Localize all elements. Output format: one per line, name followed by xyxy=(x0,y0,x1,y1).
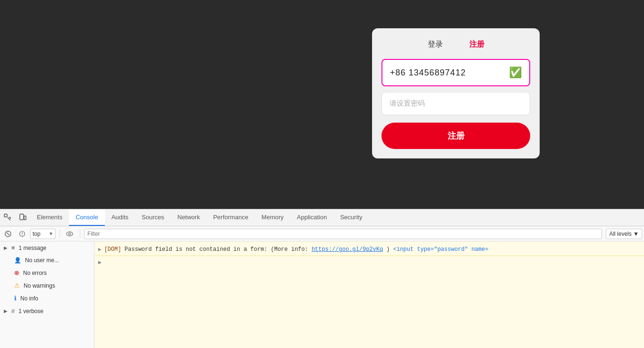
sidebar-warnings-label: No warnings xyxy=(24,282,55,289)
console-log-area: ▶ [DOM] Password field is not contained … xyxy=(94,241,644,348)
expand-arrow-2[interactable]: ▶ xyxy=(98,259,102,265)
console-toolbar: top ▼ All levels ▼ xyxy=(0,226,644,241)
context-selector[interactable]: top ▼ xyxy=(30,229,56,239)
filter-input[interactable] xyxy=(84,229,602,239)
svg-rect-2 xyxy=(24,216,26,220)
reg-tabs: 登录 注册 xyxy=(381,38,530,51)
password-placeholder: 请设置密码 xyxy=(390,99,425,107)
log-levels-dropdown[interactable]: All levels ▼ xyxy=(606,229,642,239)
devtools-panel: Elements Console Audits Sources Network … xyxy=(0,209,644,348)
context-label: top xyxy=(33,231,47,237)
sidebar-item-warnings[interactable]: ⚠ No warnings xyxy=(0,279,94,292)
dom-label: [DOM] xyxy=(104,246,121,253)
svg-rect-0 xyxy=(4,214,7,217)
verbose-icon: # xyxy=(11,307,15,315)
main-page: 登录 注册 +86 13456897412 ✅ 请设置密码 注册 xyxy=(0,0,644,209)
sidebar-item-verbose[interactable]: ▶ # 1 verbose xyxy=(0,305,94,317)
device-toolbar-icon[interactable] xyxy=(15,209,30,226)
expand-icon: ▶ xyxy=(4,245,8,250)
sidebar-item-errors[interactable]: ⊗ No errors xyxy=(0,266,94,279)
sidebar-item-messages[interactable]: ▶ ≡ 1 message xyxy=(0,241,94,254)
tab-audits[interactable]: Audits xyxy=(105,209,135,226)
tab-network[interactable]: Network xyxy=(171,209,207,226)
list-icon: ≡ xyxy=(11,244,15,251)
register-button[interactable]: 注册 xyxy=(381,123,530,149)
svg-rect-1 xyxy=(20,214,24,220)
clear-console-button[interactable] xyxy=(2,228,14,240)
log-message-text: Password field is not contained in a for… xyxy=(125,246,312,253)
log-entry-expand-arrow[interactable]: ▶ xyxy=(98,246,102,252)
tab-memory[interactable]: Memory xyxy=(255,209,290,226)
password-input-wrap[interactable]: 请设置密码 xyxy=(381,92,530,115)
info-icon: ℹ xyxy=(14,295,17,302)
sidebar-user-label: No user me... xyxy=(25,257,59,264)
tab-sources[interactable]: Sources xyxy=(135,209,171,226)
check-circle-icon: ✅ xyxy=(509,66,522,79)
phone-input-value: +86 13456897412 xyxy=(390,68,466,78)
tab-login[interactable]: 登录 xyxy=(424,38,447,51)
tab-application[interactable]: Application xyxy=(290,209,334,226)
tab-register[interactable]: 注册 xyxy=(466,38,488,51)
log-link[interactable]: https://goo.gl/9p2vKq xyxy=(312,246,383,253)
toolbar-divider2 xyxy=(80,229,80,239)
expand-verbose-icon: ▶ xyxy=(4,308,8,314)
sidebar-messages-label: 1 message xyxy=(19,245,47,251)
svg-point-7 xyxy=(22,234,23,235)
error-icon: ⊗ xyxy=(14,269,19,276)
svg-point-8 xyxy=(67,232,73,236)
preserve-log-button[interactable] xyxy=(16,228,28,240)
console-sidebar: ▶ ≡ 1 message 👤 No user me... ⊗ No error… xyxy=(0,241,94,348)
log-input-code: <input type="password" name= xyxy=(393,246,489,253)
devtools-tabs: Elements Console Audits Sources Network … xyxy=(0,209,644,226)
sidebar-item-info[interactable]: ℹ No info xyxy=(0,292,94,305)
tab-performance[interactable]: Performance xyxy=(206,209,254,226)
log-expand-hint: ▶ xyxy=(94,256,644,268)
toolbar-divider xyxy=(59,229,60,239)
registration-card: 登录 注册 +86 13456897412 ✅ 请设置密码 注册 xyxy=(372,28,540,158)
log-entry-text: [DOM] Password field is not contained in… xyxy=(104,245,640,254)
tab-console[interactable]: Console xyxy=(69,209,105,226)
tab-security[interactable]: Security xyxy=(333,209,369,226)
svg-point-9 xyxy=(69,232,71,234)
sidebar-item-user[interactable]: 👤 No user me... xyxy=(0,254,94,266)
log-levels-label: All levels ▼ xyxy=(609,231,639,237)
log-message-tail: ) xyxy=(386,246,393,253)
phone-input-wrap[interactable]: +86 13456897412 ✅ xyxy=(381,59,530,86)
sidebar-info-label: No info xyxy=(20,295,38,302)
context-dropdown-arrow: ▼ xyxy=(49,231,53,236)
sidebar-verbose-label: 1 verbose xyxy=(18,308,43,315)
tab-elements[interactable]: Elements xyxy=(30,209,69,226)
inspect-element-icon[interactable] xyxy=(0,209,15,226)
warning-icon: ⚠ xyxy=(14,282,20,289)
sidebar-errors-label: No errors xyxy=(23,270,47,276)
svg-line-4 xyxy=(7,232,9,235)
console-content: ▶ ≡ 1 message 👤 No user me... ⊗ No error… xyxy=(0,241,644,348)
user-icon: 👤 xyxy=(14,257,21,264)
eye-icon[interactable] xyxy=(64,228,76,240)
log-entry-dom: ▶ [DOM] Password field is not contained … xyxy=(94,243,644,256)
